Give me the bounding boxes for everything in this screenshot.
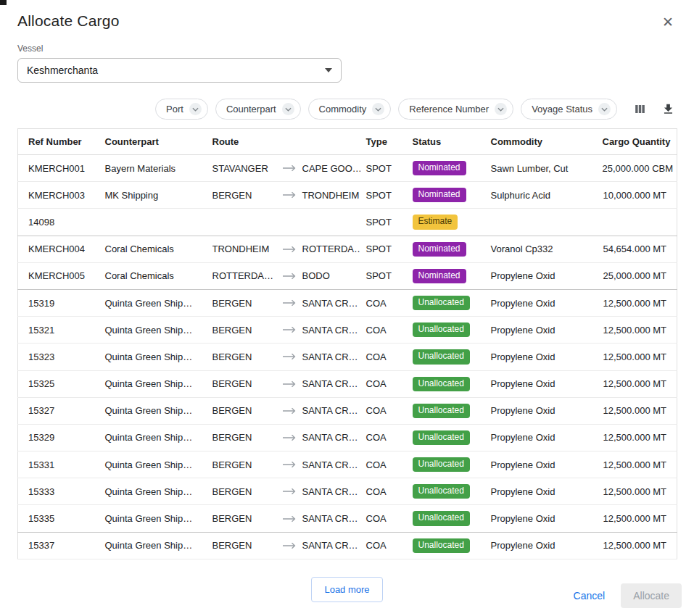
table-row[interactable]: 15327 Quinta Green Ship… BERGEN SANTA CR… — [18, 397, 677, 424]
table-row[interactable]: 15337 Quinta Green Ship… BERGEN SANTA CR… — [18, 532, 677, 559]
table-header-row: Ref Number Counterpart Route Type Status… — [18, 129, 677, 155]
table-row[interactable]: 15333 Quinta Green Ship… BERGEN SANTA CR… — [18, 478, 677, 505]
route-arrow-icon — [282, 407, 297, 415]
type-cell: SPOT — [360, 236, 407, 262]
commodity-cell: Propylene Oxid — [485, 344, 597, 370]
route-arrow-icon — [282, 191, 297, 199]
status-cell: Unallocated — [407, 478, 485, 505]
route-cell: BERGEN SANTA CR… — [207, 289, 360, 316]
table-row[interactable]: 15323 Quinta Green Ship… BERGEN SANTA CR… — [18, 344, 677, 370]
commodity-cell: Sawn Lumber, Cut — [485, 155, 597, 182]
route-to-port: ROTTERDA… — [302, 244, 360, 254]
allocate-button[interactable]: Allocate — [621, 583, 682, 608]
counterpart-cell: Coral Chemicals — [99, 236, 207, 262]
route-arrow-icon — [282, 380, 297, 388]
cancel-button[interactable]: Cancel — [574, 590, 606, 602]
type-cell: COA — [360, 478, 407, 505]
commodity-cell: Propylene Oxid — [485, 289, 597, 316]
cargo-quantity-cell: 12,500.000 MT — [597, 505, 677, 532]
col-header-status: Status — [407, 129, 485, 155]
route-from-port: STAVANGER — [212, 163, 276, 174]
cargo-quantity-cell: 12,500.000 MT — [597, 397, 677, 424]
status-badge: Unallocated — [413, 484, 470, 499]
route-to-port: CAPE GOO… — [302, 163, 360, 174]
vessel-select[interactable]: Keshmerchanta — [17, 58, 342, 83]
table-row[interactable]: 15331 Quinta Green Ship… BERGEN SANTA CR… — [18, 451, 677, 478]
vessel-field-block: Vessel Keshmerchanta — [17, 43, 677, 83]
ref-number-cell: 15325 — [18, 370, 99, 397]
chevron-down-icon — [189, 103, 202, 115]
cargo-quantity-cell: 12,500.000 MT — [597, 532, 677, 559]
filter-chip-port[interactable]: Port — [155, 99, 208, 120]
col-header-commodity: Commodity — [485, 129, 597, 155]
status-cell: Nominated — [407, 182, 485, 209]
status-badge: Nominated — [413, 188, 466, 202]
cargo-table-wrap: Ref Number Counterpart Route Type Status… — [17, 128, 677, 559]
filter-chip-reference-number[interactable]: Reference Number — [398, 99, 513, 120]
cargo-quantity-cell: 25,000.000 MT — [597, 262, 677, 289]
route-to-port: SANTA CR… — [302, 513, 358, 524]
type-cell: COA — [360, 317, 407, 344]
load-more-button[interactable]: Load more — [311, 577, 382, 602]
route-from-port: BERGEN — [212, 325, 276, 336]
commodity-cell: Propylene Oxid — [485, 397, 597, 424]
table-row[interactable]: KMERCH004 Coral Chemicals TRONDHEIM ROTT… — [18, 236, 677, 262]
status-badge: Nominated — [413, 242, 466, 257]
route-arrow-icon — [282, 353, 297, 360]
type-cell: COA — [360, 344, 407, 370]
download-icon[interactable] — [660, 101, 677, 117]
counterpart-cell: Quinta Green Ship… — [99, 478, 207, 505]
vessel-select-value: Keshmerchanta — [27, 64, 98, 76]
col-header-cargo-quantity: Cargo Quantity — [597, 129, 677, 155]
ref-number-cell: 15329 — [18, 424, 99, 451]
col-header-type: Type — [360, 129, 407, 155]
counterpart-cell: Quinta Green Ship… — [99, 344, 207, 370]
filter-chip-label: Voyage Status — [532, 104, 592, 115]
table-row[interactable]: 14098 SPOT Estimate — [18, 209, 677, 236]
counterpart-cell: Quinta Green Ship… — [99, 424, 207, 451]
table-row[interactable]: 15325 Quinta Green Ship… BERGEN SANTA CR… — [18, 370, 677, 397]
commodity-cell: Propylene Oxid — [485, 478, 597, 505]
ref-number-cell: KMERCH004 — [18, 236, 99, 262]
chevron-down-icon — [598, 103, 611, 115]
status-badge: Unallocated — [413, 538, 470, 553]
status-badge: Nominated — [413, 161, 466, 175]
commodity-cell: Propylene Oxid — [485, 451, 597, 478]
type-cell: SPOT — [360, 182, 407, 209]
columns-icon[interactable] — [632, 101, 648, 117]
route-arrow-icon — [282, 515, 297, 523]
counterpart-cell: Quinta Green Ship… — [99, 289, 207, 316]
route-cell: BERGEN SANTA CR… — [207, 317, 360, 344]
route-from-port: BERGEN — [212, 540, 276, 551]
route-to-port: BODO — [302, 270, 330, 281]
commodity-cell: Voranol Cp332 — [485, 236, 597, 262]
route-arrow-icon — [282, 299, 297, 307]
table-row[interactable]: KMERCH005 Coral Chemicals ROTTERDA… BODO… — [18, 262, 677, 289]
route-cell: ROTTERDA… BODO — [207, 262, 360, 289]
ref-number-cell: 15333 — [18, 478, 99, 505]
ref-number-cell: 15335 — [18, 505, 99, 532]
route-from-port: BERGEN — [212, 190, 276, 201]
chevron-down-icon — [495, 103, 507, 115]
table-row[interactable]: 15329 Quinta Green Ship… BERGEN SANTA CR… — [18, 424, 677, 451]
counterpart-cell: Quinta Green Ship… — [99, 317, 207, 344]
table-row[interactable]: KMERCH003 MK Shipping BERGEN TRONDHEIM S… — [18, 182, 677, 209]
cargo-quantity-cell: 12,500.000 MT — [597, 451, 677, 478]
cargo-table: Ref Number Counterpart Route Type Status… — [17, 128, 677, 559]
status-badge: Unallocated — [413, 511, 470, 525]
status-cell: Nominated — [407, 236, 485, 262]
table-row[interactable]: 15335 Quinta Green Ship… BERGEN SANTA CR… — [18, 505, 677, 532]
counterpart-cell: Quinta Green Ship… — [99, 451, 207, 478]
table-row[interactable]: KMERCH001 Bayern Materials STAVANGER CAP… — [18, 155, 677, 182]
filter-chip-voyage-status[interactable]: Voyage Status — [521, 99, 617, 120]
route-to-port: SANTA CR… — [302, 540, 358, 551]
close-icon[interactable]: ✕ — [659, 12, 677, 32]
cargo-quantity-cell: 12,500.000 MT — [597, 344, 677, 370]
cargo-quantity-cell: 12,500.000 MT — [597, 424, 677, 451]
filter-chip-commodity[interactable]: Commodity — [308, 99, 392, 120]
table-row[interactable]: 15319 Quinta Green Ship… BERGEN SANTA CR… — [18, 289, 677, 316]
status-cell: Unallocated — [407, 370, 485, 397]
table-row[interactable]: 15321 Quinta Green Ship… BERGEN SANTA CR… — [18, 317, 677, 344]
counterpart-cell: Quinta Green Ship… — [99, 370, 207, 397]
filter-chip-counterpart[interactable]: Counterpart — [215, 99, 301, 120]
